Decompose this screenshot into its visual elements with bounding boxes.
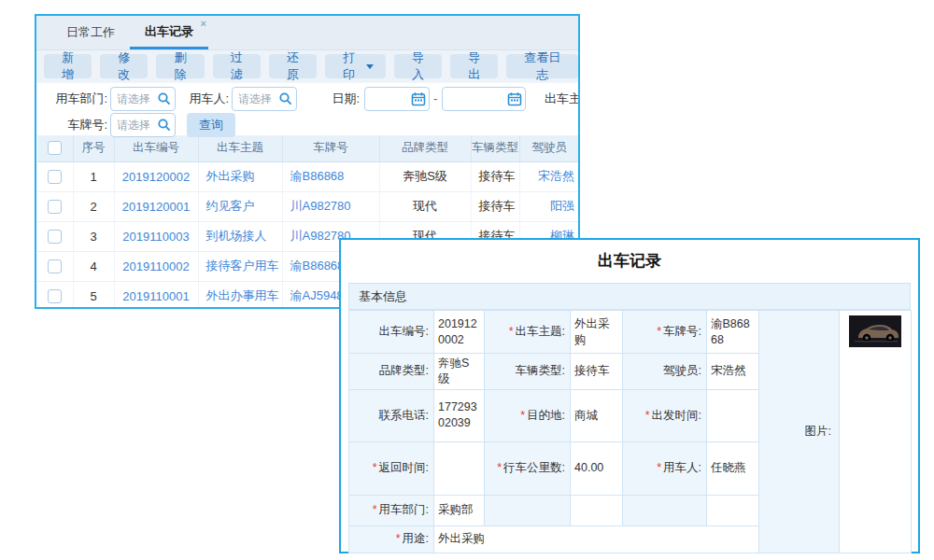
query-button[interactable]: 查询 bbox=[187, 113, 235, 137]
field-label bbox=[623, 495, 707, 525]
row-checkbox[interactable] bbox=[48, 170, 62, 184]
field-label: 驾驶员: bbox=[623, 354, 707, 390]
field-value: 40.00 bbox=[571, 441, 623, 495]
cell-subject-link[interactable]: 到机场接人 bbox=[198, 221, 282, 251]
cell-driver-link[interactable]: 宋浩然 bbox=[519, 161, 579, 191]
required-icon: * bbox=[497, 461, 502, 474]
field-value bbox=[707, 389, 759, 441]
field-value: 任晓燕 bbox=[707, 441, 759, 495]
required-icon: * bbox=[373, 503, 377, 516]
field-value: 2019120002 bbox=[434, 311, 485, 354]
toolbar: 新增 修改 删除 过滤 还原 打印 导入 导出 查看日志 bbox=[36, 50, 578, 83]
subject-filter-label: 出车主题: bbox=[545, 87, 580, 111]
field-value bbox=[434, 441, 485, 495]
search-icon[interactable] bbox=[157, 118, 172, 133]
row-checkbox[interactable] bbox=[48, 230, 62, 244]
cell-subject-link[interactable]: 约见客户 bbox=[198, 191, 282, 221]
cell-subject-link[interactable]: 外出办事用车 bbox=[198, 281, 282, 309]
required-icon: * bbox=[645, 409, 650, 422]
add-button[interactable]: 新增 bbox=[44, 54, 92, 78]
col-header-vtype: 车辆类型 bbox=[471, 135, 519, 161]
caret-down-icon bbox=[366, 64, 374, 69]
user-field bbox=[232, 87, 297, 111]
field-label: *返回时间: bbox=[349, 441, 434, 495]
export-button[interactable]: 导出 bbox=[450, 54, 498, 78]
field-value: 商城 bbox=[571, 389, 623, 441]
select-all-checkbox[interactable] bbox=[48, 141, 62, 155]
field-value: 接待车 bbox=[571, 354, 623, 390]
vehicle-photo-thumbnail[interactable] bbox=[849, 315, 901, 347]
cell-id-link[interactable]: 2019110001 bbox=[114, 281, 198, 309]
col-header-driver: 驾驶员 bbox=[519, 135, 579, 161]
field-value: 渝B86868 bbox=[707, 311, 759, 354]
row-checkbox[interactable] bbox=[48, 259, 62, 273]
field-label: *用车人: bbox=[623, 441, 707, 495]
tab-bar: 日常工作 出车记录 × bbox=[36, 16, 578, 50]
col-header-brand: 品牌类型 bbox=[379, 135, 471, 161]
cell-id-link[interactable]: 2019120002 bbox=[114, 161, 198, 191]
print-button[interactable]: 打印 bbox=[325, 54, 386, 78]
required-icon: * bbox=[373, 461, 377, 474]
date-to-field bbox=[442, 87, 526, 111]
col-header-subject: 出车主题 bbox=[198, 135, 282, 161]
field-label: *用车部门: bbox=[349, 495, 434, 525]
calendar-icon[interactable] bbox=[507, 91, 522, 106]
cell-subject-link[interactable]: 外出采购 bbox=[198, 161, 282, 191]
tab-label: 日常工作 bbox=[66, 24, 115, 41]
field-label: 车辆类型: bbox=[485, 354, 571, 390]
cell-no: 5 bbox=[73, 281, 114, 309]
edit-button[interactable]: 修改 bbox=[100, 54, 148, 78]
required-icon: * bbox=[657, 461, 661, 474]
cell-plate-link[interactable]: 渝B86868 bbox=[282, 161, 379, 191]
date-label: 日期: bbox=[297, 87, 360, 111]
cell-no: 3 bbox=[73, 221, 114, 251]
table-row: 1 2019120002 外出采购 渝B86868 奔驰S级 接待车 宋浩然 bbox=[37, 161, 579, 191]
dispatch-record-detail-dialog: 出车记录 基本信息 出车编号: 2019120002 *出车主题: 外出采购 *… bbox=[339, 238, 920, 553]
calendar-icon[interactable] bbox=[411, 91, 426, 106]
search-icon[interactable] bbox=[157, 91, 172, 106]
cell-no: 4 bbox=[73, 251, 114, 281]
table-header-row: 序号 出车编号 出车主题 车牌号 品牌类型 车辆类型 驾驶员 bbox=[37, 135, 579, 161]
field-label: 联系电话: bbox=[349, 389, 434, 441]
field-label: *车牌号: bbox=[623, 311, 707, 354]
cell-id-link[interactable]: 2019120001 bbox=[114, 191, 198, 221]
cell-plate-link[interactable]: 川A982780 bbox=[282, 191, 379, 221]
delete-button[interactable]: 删除 bbox=[156, 54, 204, 78]
field-value: 奔驰S级 bbox=[434, 354, 485, 390]
cell-no: 2 bbox=[73, 191, 114, 221]
filter-form: 用车部门: 用车人: 日期: - bbox=[36, 83, 578, 135]
cell-vtype: 接待车 bbox=[471, 161, 519, 191]
field-value: 宋浩然 bbox=[707, 354, 759, 390]
detail-form: 出车编号: 2019120002 *出车主题: 外出采购 *车牌号: 渝B868… bbox=[348, 310, 912, 553]
tab-daily-work[interactable]: 日常工作 bbox=[51, 16, 130, 49]
cell-brand: 现代 bbox=[379, 191, 471, 221]
cell-id-link[interactable]: 2019110002 bbox=[114, 251, 198, 281]
field-label: *出发时间: bbox=[623, 389, 707, 441]
view-log-button[interactable]: 查看日志 bbox=[506, 54, 577, 78]
required-icon: * bbox=[520, 409, 525, 422]
field-value bbox=[707, 495, 759, 525]
cell-no: 1 bbox=[73, 161, 114, 191]
tab-dispatch-records[interactable]: 出车记录 × bbox=[130, 16, 208, 49]
date-from-field bbox=[364, 87, 430, 111]
cell-subject-link[interactable]: 接待客户用车 bbox=[198, 251, 282, 281]
search-icon[interactable] bbox=[278, 91, 293, 106]
col-header-no: 序号 bbox=[73, 135, 114, 161]
field-label bbox=[485, 495, 571, 525]
basic-info-section-header: 基本信息 bbox=[348, 283, 911, 310]
import-button[interactable]: 导入 bbox=[394, 54, 442, 78]
cell-brand: 奔驰S级 bbox=[379, 161, 471, 191]
row-checkbox[interactable] bbox=[48, 289, 62, 303]
plate-label: 车牌号: bbox=[36, 113, 107, 137]
cell-driver-link[interactable]: 阳强 bbox=[519, 191, 579, 221]
image-cell bbox=[840, 311, 912, 553]
screen: 日常工作 出车记录 × 新增 修改 删除 过滤 还原 打印 导入 导出 查看日志… bbox=[0, 0, 934, 560]
table-row: 2 2019120001 约见客户 川A982780 现代 接待车 阳强 bbox=[37, 191, 579, 221]
required-icon: * bbox=[657, 325, 661, 338]
restore-button[interactable]: 还原 bbox=[269, 54, 317, 78]
filter-button[interactable]: 过滤 bbox=[213, 54, 261, 78]
row-checkbox[interactable] bbox=[48, 200, 62, 214]
cell-id-link[interactable]: 2019110003 bbox=[114, 221, 198, 251]
close-icon[interactable]: × bbox=[201, 19, 206, 29]
field-label: *目的地: bbox=[485, 389, 571, 441]
